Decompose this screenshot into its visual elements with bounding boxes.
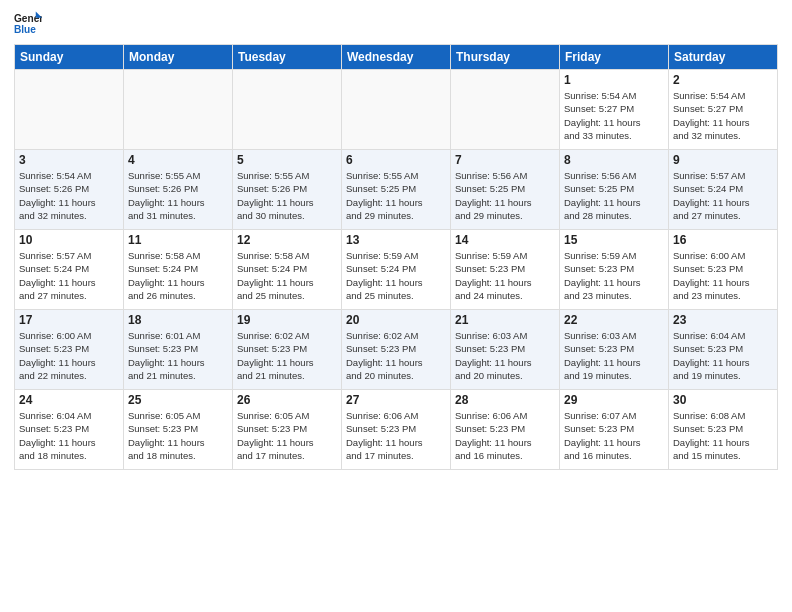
calendar-week-row: 24Sunrise: 6:04 AM Sunset: 5:23 PM Dayli… (15, 390, 778, 470)
day-info: Sunrise: 5:57 AM Sunset: 5:24 PM Dayligh… (673, 169, 773, 222)
day-info: Sunrise: 5:58 AM Sunset: 5:24 PM Dayligh… (237, 249, 337, 302)
calendar-week-row: 10Sunrise: 5:57 AM Sunset: 5:24 PM Dayli… (15, 230, 778, 310)
day-number: 27 (346, 393, 446, 407)
calendar-cell: 29Sunrise: 6:07 AM Sunset: 5:23 PM Dayli… (560, 390, 669, 470)
day-info: Sunrise: 5:59 AM Sunset: 5:23 PM Dayligh… (564, 249, 664, 302)
day-number: 25 (128, 393, 228, 407)
day-info: Sunrise: 6:08 AM Sunset: 5:23 PM Dayligh… (673, 409, 773, 462)
calendar-cell: 14Sunrise: 5:59 AM Sunset: 5:23 PM Dayli… (451, 230, 560, 310)
calendar-cell: 20Sunrise: 6:02 AM Sunset: 5:23 PM Dayli… (342, 310, 451, 390)
day-number: 10 (19, 233, 119, 247)
calendar-cell: 8Sunrise: 5:56 AM Sunset: 5:25 PM Daylig… (560, 150, 669, 230)
calendar-week-row: 17Sunrise: 6:00 AM Sunset: 5:23 PM Dayli… (15, 310, 778, 390)
day-info: Sunrise: 5:59 AM Sunset: 5:23 PM Dayligh… (455, 249, 555, 302)
day-info: Sunrise: 6:02 AM Sunset: 5:23 PM Dayligh… (237, 329, 337, 382)
day-number: 8 (564, 153, 664, 167)
day-number: 2 (673, 73, 773, 87)
day-info: Sunrise: 5:54 AM Sunset: 5:27 PM Dayligh… (673, 89, 773, 142)
day-number: 24 (19, 393, 119, 407)
day-info: Sunrise: 6:06 AM Sunset: 5:23 PM Dayligh… (455, 409, 555, 462)
day-info: Sunrise: 5:56 AM Sunset: 5:25 PM Dayligh… (455, 169, 555, 222)
calendar-header-friday: Friday (560, 45, 669, 70)
calendar-cell (15, 70, 124, 150)
day-info: Sunrise: 5:55 AM Sunset: 5:26 PM Dayligh… (237, 169, 337, 222)
day-info: Sunrise: 6:05 AM Sunset: 5:23 PM Dayligh… (237, 409, 337, 462)
day-number: 12 (237, 233, 337, 247)
day-number: 28 (455, 393, 555, 407)
day-number: 7 (455, 153, 555, 167)
day-number: 6 (346, 153, 446, 167)
calendar-header-monday: Monday (124, 45, 233, 70)
day-info: Sunrise: 5:54 AM Sunset: 5:27 PM Dayligh… (564, 89, 664, 142)
day-number: 4 (128, 153, 228, 167)
calendar-cell: 3Sunrise: 5:54 AM Sunset: 5:26 PM Daylig… (15, 150, 124, 230)
day-info: Sunrise: 5:54 AM Sunset: 5:26 PM Dayligh… (19, 169, 119, 222)
day-number: 29 (564, 393, 664, 407)
day-number: 14 (455, 233, 555, 247)
calendar-cell: 15Sunrise: 5:59 AM Sunset: 5:23 PM Dayli… (560, 230, 669, 310)
day-info: Sunrise: 6:04 AM Sunset: 5:23 PM Dayligh… (19, 409, 119, 462)
day-number: 3 (19, 153, 119, 167)
day-number: 19 (237, 313, 337, 327)
day-number: 13 (346, 233, 446, 247)
calendar-cell: 11Sunrise: 5:58 AM Sunset: 5:24 PM Dayli… (124, 230, 233, 310)
day-number: 15 (564, 233, 664, 247)
calendar-header-tuesday: Tuesday (233, 45, 342, 70)
calendar-week-row: 3Sunrise: 5:54 AM Sunset: 5:26 PM Daylig… (15, 150, 778, 230)
day-number: 17 (19, 313, 119, 327)
day-number: 26 (237, 393, 337, 407)
calendar-cell: 26Sunrise: 6:05 AM Sunset: 5:23 PM Dayli… (233, 390, 342, 470)
day-info: Sunrise: 5:59 AM Sunset: 5:24 PM Dayligh… (346, 249, 446, 302)
day-number: 11 (128, 233, 228, 247)
svg-text:Blue: Blue (14, 24, 36, 35)
calendar-cell (342, 70, 451, 150)
calendar-table: SundayMondayTuesdayWednesdayThursdayFrid… (14, 44, 778, 470)
calendar-cell: 18Sunrise: 6:01 AM Sunset: 5:23 PM Dayli… (124, 310, 233, 390)
day-info: Sunrise: 6:00 AM Sunset: 5:23 PM Dayligh… (19, 329, 119, 382)
logo: General Blue (14, 10, 42, 38)
calendar-cell: 13Sunrise: 5:59 AM Sunset: 5:24 PM Dayli… (342, 230, 451, 310)
day-info: Sunrise: 5:58 AM Sunset: 5:24 PM Dayligh… (128, 249, 228, 302)
day-number: 21 (455, 313, 555, 327)
day-number: 9 (673, 153, 773, 167)
calendar-cell: 21Sunrise: 6:03 AM Sunset: 5:23 PM Dayli… (451, 310, 560, 390)
calendar-cell: 27Sunrise: 6:06 AM Sunset: 5:23 PM Dayli… (342, 390, 451, 470)
calendar-cell: 4Sunrise: 5:55 AM Sunset: 5:26 PM Daylig… (124, 150, 233, 230)
calendar-cell: 10Sunrise: 5:57 AM Sunset: 5:24 PM Dayli… (15, 230, 124, 310)
day-number: 5 (237, 153, 337, 167)
calendar-cell: 1Sunrise: 5:54 AM Sunset: 5:27 PM Daylig… (560, 70, 669, 150)
calendar-cell: 17Sunrise: 6:00 AM Sunset: 5:23 PM Dayli… (15, 310, 124, 390)
calendar-cell: 30Sunrise: 6:08 AM Sunset: 5:23 PM Dayli… (669, 390, 778, 470)
day-info: Sunrise: 6:06 AM Sunset: 5:23 PM Dayligh… (346, 409, 446, 462)
generalblue-logo-icon: General Blue (14, 10, 42, 38)
calendar-cell: 25Sunrise: 6:05 AM Sunset: 5:23 PM Dayli… (124, 390, 233, 470)
calendar-header-saturday: Saturday (669, 45, 778, 70)
calendar-cell: 6Sunrise: 5:55 AM Sunset: 5:25 PM Daylig… (342, 150, 451, 230)
day-number: 1 (564, 73, 664, 87)
calendar-cell: 5Sunrise: 5:55 AM Sunset: 5:26 PM Daylig… (233, 150, 342, 230)
calendar-cell: 7Sunrise: 5:56 AM Sunset: 5:25 PM Daylig… (451, 150, 560, 230)
day-info: Sunrise: 5:56 AM Sunset: 5:25 PM Dayligh… (564, 169, 664, 222)
day-info: Sunrise: 6:07 AM Sunset: 5:23 PM Dayligh… (564, 409, 664, 462)
calendar-header-sunday: Sunday (15, 45, 124, 70)
calendar-cell: 2Sunrise: 5:54 AM Sunset: 5:27 PM Daylig… (669, 70, 778, 150)
calendar-cell (124, 70, 233, 150)
header: General Blue (14, 10, 778, 38)
day-number: 18 (128, 313, 228, 327)
calendar-cell: 24Sunrise: 6:04 AM Sunset: 5:23 PM Dayli… (15, 390, 124, 470)
day-info: Sunrise: 6:03 AM Sunset: 5:23 PM Dayligh… (564, 329, 664, 382)
calendar-cell: 12Sunrise: 5:58 AM Sunset: 5:24 PM Dayli… (233, 230, 342, 310)
day-info: Sunrise: 6:02 AM Sunset: 5:23 PM Dayligh… (346, 329, 446, 382)
day-number: 23 (673, 313, 773, 327)
calendar-cell: 28Sunrise: 6:06 AM Sunset: 5:23 PM Dayli… (451, 390, 560, 470)
calendar-cell: 9Sunrise: 5:57 AM Sunset: 5:24 PM Daylig… (669, 150, 778, 230)
day-info: Sunrise: 5:55 AM Sunset: 5:26 PM Dayligh… (128, 169, 228, 222)
calendar-cell: 19Sunrise: 6:02 AM Sunset: 5:23 PM Dayli… (233, 310, 342, 390)
calendar-cell: 22Sunrise: 6:03 AM Sunset: 5:23 PM Dayli… (560, 310, 669, 390)
calendar-header-row: SundayMondayTuesdayWednesdayThursdayFrid… (15, 45, 778, 70)
page: General Blue SundayMondayTuesdayWednesda… (0, 0, 792, 612)
day-number: 20 (346, 313, 446, 327)
day-info: Sunrise: 6:05 AM Sunset: 5:23 PM Dayligh… (128, 409, 228, 462)
day-info: Sunrise: 6:00 AM Sunset: 5:23 PM Dayligh… (673, 249, 773, 302)
day-info: Sunrise: 6:01 AM Sunset: 5:23 PM Dayligh… (128, 329, 228, 382)
